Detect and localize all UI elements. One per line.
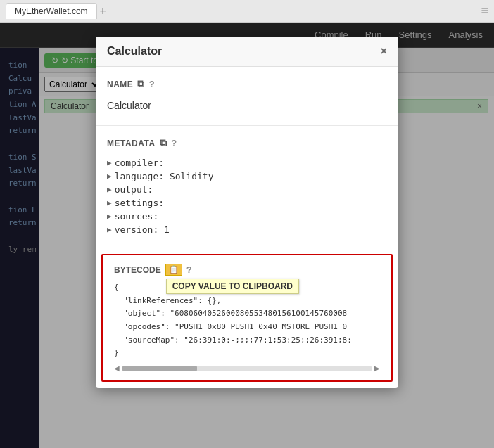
tree-arrow: ▶ — [107, 198, 112, 207]
scroll-track[interactable] — [122, 366, 372, 371]
metadata-label: METADATA — [107, 139, 156, 148]
metadata-section-header: METADATA ⧉ ? — [107, 137, 387, 149]
tree-label: compiler: — [115, 158, 164, 168]
name-copy-icon[interactable]: ⧉ — [137, 78, 145, 90]
bytecode-line: "object": "60806040526000805534801561001… — [114, 307, 380, 321]
scroll-thumb — [122, 366, 197, 371]
metadata-help-icon[interactable]: ? — [171, 138, 177, 148]
metadata-section: METADATA ⧉ ? ▶ compiler: ▶ language: Sol… — [96, 126, 398, 248]
bytecode-scrollbar[interactable]: ◀ ▶ — [114, 364, 380, 372]
modal-title: Calculator — [107, 45, 381, 58]
tree-label: settings: — [115, 198, 164, 208]
name-section: NAME ⧉ ? Calculator — [96, 67, 398, 126]
tree-label: language: Solidity — [115, 171, 214, 181]
browser-menu-icon[interactable]: ≡ — [481, 4, 488, 18]
bytecode-header: BYTECODE 📋 Copy value to clipboard ? — [114, 264, 380, 276]
modal-overlay: Calculator × NAME ⧉ ? Calculator METADAT… — [0, 23, 494, 448]
tree-label: version: 1 — [115, 224, 170, 235]
bytecode-line: } — [114, 347, 380, 360]
tree-item: ▶ settings: — [107, 196, 387, 210]
tree-item: ▶ compiler: — [107, 156, 387, 169]
bytecode-line: "sourceMap": "26:391:0:-;;;;77:1;53:25;;… — [114, 334, 380, 347]
copy-tooltip: Copy value to clipboard — [166, 279, 299, 294]
scroll-left-arrow[interactable]: ◀ — [114, 364, 120, 372]
tree-item: ▶ output: — [107, 183, 387, 196]
tree-item: ▶ sources: — [107, 210, 387, 223]
name-value: Calculator — [107, 97, 387, 114]
metadata-tree: ▶ compiler: ▶ language: Solidity ▶ outpu… — [107, 156, 387, 236]
modal-header: Calculator × — [96, 37, 398, 67]
tree-arrow: ▶ — [107, 172, 112, 181]
bytecode-copy-icon[interactable]: 📋 Copy value to clipboard — [165, 264, 182, 276]
tree-arrow: ▶ — [107, 225, 112, 234]
tree-arrow: ▶ — [107, 158, 112, 167]
tree-arrow: ▶ — [107, 185, 112, 194]
tree-arrow: ▶ — [107, 212, 112, 221]
tree-item: ▶ version: 1 — [107, 223, 387, 236]
tab-title: MyEtherWallet.com — [15, 6, 88, 16]
calculator-modal: Calculator × NAME ⧉ ? Calculator METADAT… — [96, 37, 398, 388]
tree-label: sources: — [115, 211, 159, 222]
modal-close-button[interactable]: × — [381, 45, 387, 58]
bytecode-help-icon[interactable]: ? — [186, 264, 192, 275]
bytecode-line: "opcodes": "PUSH1 0x80 PUSH1 0x40 MSTORE… — [114, 321, 380, 334]
tree-item: ▶ language: Solidity — [107, 169, 387, 183]
browser-bar: MyEtherWallet.com + ≡ — [0, 0, 494, 23]
scroll-right-arrow[interactable]: ▶ — [374, 364, 380, 372]
tree-label: output: — [115, 184, 153, 195]
name-help-icon[interactable]: ? — [149, 79, 155, 89]
bytecode-section: BYTECODE 📋 Copy value to clipboard ? { "… — [101, 254, 393, 382]
bytecode-label: BYTECODE — [114, 265, 161, 275]
bytecode-line: "linkReferences": {}, — [114, 295, 380, 308]
new-tab-button[interactable]: + — [100, 5, 106, 18]
name-label: NAME — [107, 79, 133, 89]
modal-body: NAME ⧉ ? Calculator METADATA ⧉ ? ▶ compi… — [96, 67, 398, 388]
browser-tab[interactable]: MyEtherWallet.com — [6, 3, 97, 19]
name-section-header: NAME ⧉ ? — [107, 78, 387, 90]
metadata-copy-icon[interactable]: ⧉ — [160, 137, 167, 149]
